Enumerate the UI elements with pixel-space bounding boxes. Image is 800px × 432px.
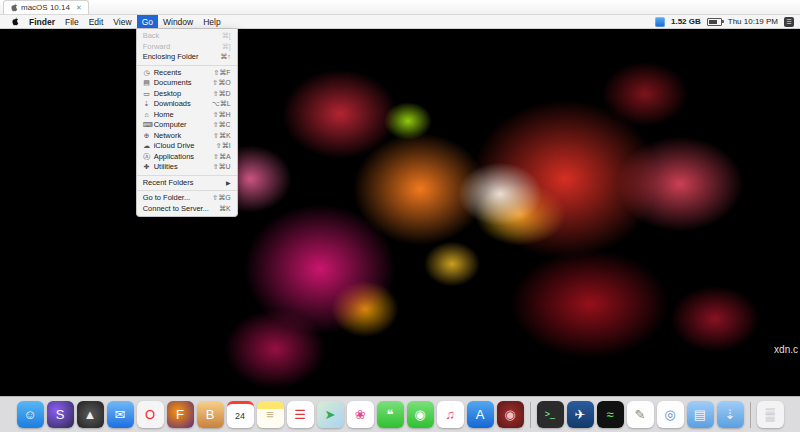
facetime-icon: ◉ xyxy=(414,408,425,421)
go-menu-item-recent-folders[interactable]: Recent Folders ▶ xyxy=(137,178,237,189)
dock-item-red-app[interactable]: ◉ xyxy=(497,401,524,428)
dock-item-firefox[interactable]: F xyxy=(167,401,194,428)
go-dropdown-menu: Back ⌘[ Forward ⌘] Enclosing Folder ⌘↑ ◷… xyxy=(136,29,238,217)
dock-item-textedit[interactable]: ✎ xyxy=(627,401,654,428)
menu-item-shortcut: ⇧⌘C xyxy=(209,120,231,131)
downloads-folder-icon: ⇣ xyxy=(725,408,736,421)
go-menu-item-connect-to-server[interactable]: Connect to Server... ⌘K xyxy=(137,204,237,215)
dock-item-mail[interactable]: ✉ xyxy=(107,401,134,428)
menu-item-shortcut: ⌥⌘L xyxy=(208,99,231,110)
dock-item-terminal[interactable]: >_ xyxy=(537,401,564,428)
dock-item-photos[interactable]: ❀ xyxy=(347,401,374,428)
blue-app-icon: ✈ xyxy=(575,408,586,421)
dock-item-trash[interactable]: ▒ xyxy=(757,401,784,428)
menu-file[interactable]: File xyxy=(60,15,84,28)
menu-item-label: Applications xyxy=(154,152,194,163)
menu-item-label: Network xyxy=(154,131,182,142)
vm-tab-title: macOS 10.14 xyxy=(21,3,70,12)
menu-window[interactable]: Window xyxy=(158,15,198,28)
dock-item-documents-folder[interactable]: ▤ xyxy=(687,401,714,428)
dock-item-preview[interactable]: ◎ xyxy=(657,401,684,428)
go-menu-item-recents[interactable]: ◷ Recents ⇧⌘F xyxy=(137,68,237,79)
dock-item-maps[interactable]: ➤ xyxy=(317,401,344,428)
photos-icon: ❀ xyxy=(355,408,366,421)
go-menu-item-back: Back ⌘[ xyxy=(137,31,237,42)
menu-separator xyxy=(137,190,237,191)
dock-item-launchpad[interactable]: ▲ xyxy=(77,401,104,428)
textedit-icon: ✎ xyxy=(635,408,646,421)
dock-item-notes[interactable]: ≡ xyxy=(257,401,284,428)
tab-close-icon[interactable]: ✕ xyxy=(76,4,82,12)
go-menu-item-home[interactable]: ⌂ Home ⇧⌘H xyxy=(137,110,237,121)
siri-icon: S xyxy=(56,408,65,421)
menu-item-shortcut: ⌘K xyxy=(215,204,231,215)
dock-item-reminders[interactable]: ☰ xyxy=(287,401,314,428)
menu-item-label: Recent Folders xyxy=(143,178,194,189)
dock-item-siri[interactable]: S xyxy=(47,401,74,428)
menu-help[interactable]: Help xyxy=(198,15,225,28)
recents-icon: ◷ xyxy=(143,68,151,79)
apple-icon xyxy=(11,17,19,27)
dock-item-opera[interactable]: O xyxy=(137,401,164,428)
go-menu-item-forward: Forward ⌘] xyxy=(137,42,237,53)
menu-item-label: Go to Folder... xyxy=(143,193,191,204)
maps-icon: ➤ xyxy=(325,408,336,421)
go-menu-item-computer[interactable]: ⌨ Computer ⇧⌘C xyxy=(137,120,237,131)
menu-item-shortcut: ⇧⌘D xyxy=(209,89,231,100)
dock-item-itunes[interactable]: ♫ xyxy=(437,401,464,428)
menu-item-shortcut: ⇧⌘O xyxy=(208,78,230,89)
dock-item-facetime[interactable]: ◉ xyxy=(407,401,434,428)
dock-item-downloads-folder[interactable]: ⇣ xyxy=(717,401,744,428)
go-menu-item-utilities[interactable]: ✚ Utilities ⇧⌘U xyxy=(137,162,237,173)
go-menu-item-desktop[interactable]: ▭ Desktop ⇧⌘D xyxy=(137,89,237,100)
documents-folder-icon: ▤ xyxy=(694,408,706,421)
menu-item-label: Connect to Server... xyxy=(143,204,209,215)
calendar-icon: 24 xyxy=(235,412,245,421)
mail-icon: ✉ xyxy=(115,408,126,421)
menu-go[interactable]: Go Back ⌘[ Forward ⌘] Enclosing Folder ⌘… xyxy=(137,15,158,28)
menu-item-label: Recents xyxy=(154,68,182,79)
menu-item-shortcut: ⇧⌘F xyxy=(209,68,230,79)
menu-separator xyxy=(137,175,237,176)
firefox-icon: F xyxy=(176,408,184,421)
go-menu-item-go-to-folder[interactable]: Go to Folder... ⇧⌘G xyxy=(137,193,237,204)
battery-icon[interactable] xyxy=(707,18,722,26)
dock-item-app-store[interactable]: A xyxy=(467,401,494,428)
battery-fill xyxy=(709,20,717,24)
menu-item-label: Utilities xyxy=(154,162,178,173)
menu-view[interactable]: View xyxy=(108,15,136,28)
dock-item-calendar[interactable]: 24 xyxy=(227,401,254,428)
computer-icon: ⌨ xyxy=(143,120,151,131)
go-menu-item-applications[interactable]: Ⓐ Applications ⇧⌘A xyxy=(137,152,237,163)
menu-finder[interactable]: Finder xyxy=(24,15,60,28)
go-menu-item-network[interactable]: ⊕ Network ⇧⌘K xyxy=(137,131,237,142)
go-menu-item-icloud-drive[interactable]: ☁ iCloud Drive ⇧⌘I xyxy=(137,141,237,152)
menubar-clock[interactable]: Thu 10:19 PM xyxy=(728,17,778,26)
go-menu-item-downloads[interactable]: ⇣ Downloads ⌥⌘L xyxy=(137,99,237,110)
memory-icon[interactable] xyxy=(655,17,665,27)
preview-icon: ◎ xyxy=(664,408,675,421)
applications-icon: Ⓐ xyxy=(143,152,151,163)
memory-indicator: 1.52 GB xyxy=(671,17,701,26)
go-menu-item-enclosing-folder[interactable]: Enclosing Folder ⌘↑ xyxy=(137,52,237,63)
menu-item-shortcut: ⇧⌘I xyxy=(212,141,231,152)
menu-item-label: iCloud Drive xyxy=(154,141,195,152)
network-icon: ⊕ xyxy=(143,131,151,142)
desktop[interactable] xyxy=(0,29,800,396)
app-store-icon: A xyxy=(476,408,485,421)
submenu-arrow-icon: ▶ xyxy=(226,178,231,189)
go-menu-item-documents[interactable]: ▤ Documents ⇧⌘O xyxy=(137,78,237,89)
menu-edit[interactable]: Edit xyxy=(84,15,109,28)
menu-extras-icon[interactable]: ☰ xyxy=(784,17,794,27)
apple-menu[interactable] xyxy=(6,15,24,28)
downloads-icon: ⇣ xyxy=(143,99,151,110)
dock-item-messages[interactable]: ❝ xyxy=(377,401,404,428)
vm-tab[interactable]: macOS 10.14 ✕ xyxy=(3,0,89,14)
desktop-wallpaper xyxy=(0,29,800,396)
dock-item-books[interactable]: B xyxy=(197,401,224,428)
dock-item-monitor-app[interactable]: ≈ xyxy=(597,401,624,428)
menu-item-label: Downloads xyxy=(154,99,191,110)
dock-item-finder[interactable]: ☺ xyxy=(17,401,44,428)
dock-item-blue-app[interactable]: ✈ xyxy=(567,401,594,428)
launchpad-icon: ▲ xyxy=(84,408,97,421)
